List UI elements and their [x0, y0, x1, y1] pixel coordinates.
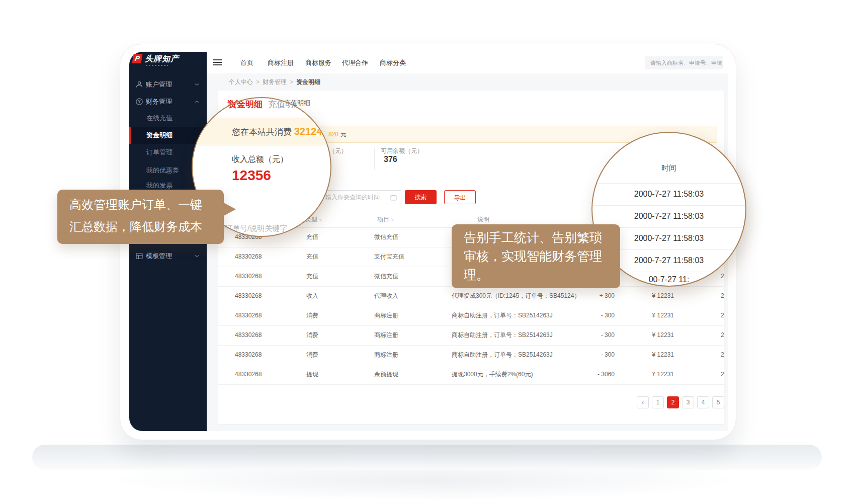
pagination-page-2-active[interactable]: 2	[667, 396, 679, 408]
breadcrumb: 个人中心>财务管理>资金明细	[229, 73, 320, 91]
chevron-down-icon	[195, 255, 199, 258]
date-input[interactable]	[321, 190, 401, 204]
export-button[interactable]: 导出	[444, 190, 476, 204]
callout-line: 汇总数据，降低财务成本	[69, 216, 212, 238]
sidebar-item-label: 账户管理	[146, 76, 172, 93]
search-button[interactable]: 搜索	[405, 190, 437, 204]
magnified-notice-text: 您在本站共消费 32124	[232, 118, 322, 145]
magnified-time-value: 2000-7-27 11:58:03	[592, 212, 745, 221]
stat-divider	[374, 148, 375, 170]
user-icon	[135, 80, 143, 89]
nav-item-agency[interactable]: 代理合作	[342, 52, 368, 73]
top-navbar: 首页 商标注册 商标服务 代理合作 商标分类	[207, 52, 728, 73]
active-indicator-bar	[129, 127, 131, 144]
callout-line: 理。	[464, 266, 608, 284]
nav-item-home[interactable]: 首页	[240, 52, 253, 73]
finance-icon	[135, 98, 143, 106]
pagination-prev[interactable]: ‹	[637, 396, 649, 408]
table-row: 48330268提现余额提现提现3000元，手续费2%(60元)- 3060¥ …	[218, 365, 724, 385]
callout-line: 审核，实现智能财务管理	[464, 247, 608, 266]
sidebar-item-label: 模板管理	[146, 247, 172, 265]
sidebar-item-label: 订单管理	[146, 144, 173, 161]
available-balance-value: 376	[384, 155, 397, 164]
nav-item-tm-service[interactable]: 商标服务	[305, 52, 331, 73]
callout-line: 告别手工统计、告别繁琐	[464, 228, 608, 247]
col-header-project[interactable]: 项目	[377, 211, 394, 228]
logo-icon: P	[132, 54, 142, 63]
table-row: 48330268消费商标注册商标自助注册，订单号：SB2514263J- 300…	[218, 306, 724, 326]
callout-line: 高效管理账户订单、一键	[69, 194, 212, 216]
pagination-page-4[interactable]: 4	[697, 396, 709, 408]
chevron-down-icon	[195, 83, 199, 86]
hamburger-menu-icon[interactable]	[213, 59, 222, 66]
sidebar-item-label: 我的优惠券	[146, 162, 179, 179]
nav-item-tm-category[interactable]: 商标分类	[380, 52, 406, 73]
sidebar-item-finance[interactable]: 财务管理	[129, 93, 207, 110]
logo: P 头牌知产	[129, 52, 207, 72]
callout-left: 高效管理账户订单、一键 汇总数据，降低财务成本	[57, 190, 224, 244]
table-row: 48330268消费商标注册商标自助注册，订单号：SB2514263J- 300…	[218, 325, 724, 346]
logo-title: 头牌知产	[145, 54, 179, 64]
template-icon	[135, 252, 143, 260]
pagination: ‹ 1 2 3 4 5	[637, 396, 724, 408]
sidebar-item-label: 在线充值	[146, 110, 173, 127]
stage: P 头牌知产 账户管理 财务管理 在线充值 资金明细 订单管理 我的优惠券	[0, 0, 853, 504]
magnified-income-label: 收入总额（元）	[232, 154, 288, 165]
notice-tail: 820 元	[328, 126, 346, 142]
calendar-icon	[390, 194, 397, 201]
callout-right: 告别手工统计、告别繁琐 审核，实现智能财务管理 理。	[452, 224, 620, 288]
magnified-income-value: 12356	[232, 167, 271, 184]
pagination-page-3[interactable]: 3	[682, 396, 694, 408]
breadcrumb-current: 资金明细	[296, 78, 320, 86]
laptop-base	[32, 445, 822, 470]
magnified-notice-bar: 您在本站共消费 32124	[193, 118, 330, 145]
nav-item-tm-register[interactable]: 商标注册	[268, 52, 294, 73]
magnified-time-value: 2000-7-27 11:58:03	[592, 190, 745, 199]
table-row: 48330268消费商标注册商标自助注册，订单号：SB2514263J- 300…	[218, 345, 724, 365]
breadcrumb-item[interactable]: 财务管理	[263, 78, 287, 86]
search-input[interactable]	[645, 56, 723, 69]
row-divider	[592, 205, 745, 206]
sidebar-item-templates[interactable]: 模板管理	[129, 247, 207, 265]
sidebar-item-online-recharge[interactable]: 在线充值	[129, 110, 207, 127]
row-divider	[592, 183, 745, 184]
sidebar-item-fund-details[interactable]: 资金明细	[129, 127, 207, 144]
logo-tagline-dots	[146, 65, 168, 66]
chevron-up-icon	[195, 100, 199, 103]
sidebar-item-label: 财务管理	[146, 93, 172, 110]
pagination-page-1[interactable]: 1	[652, 396, 664, 408]
table-row: 48330268收入代理收入代理提成300元（ID:1245，订单号：SB451…	[218, 286, 724, 306]
available-balance-label: 可用余额（元）	[381, 147, 423, 155]
sidebar-item-account[interactable]: 账户管理	[129, 76, 207, 93]
callout-left-arrow	[223, 202, 236, 216]
magnified-time-header: 时间	[592, 163, 745, 173]
pagination-page-5[interactable]: 5	[712, 396, 724, 408]
breadcrumb-item[interactable]: 个人中心	[229, 78, 253, 86]
sidebar-item-label: 资金明细	[146, 127, 173, 144]
